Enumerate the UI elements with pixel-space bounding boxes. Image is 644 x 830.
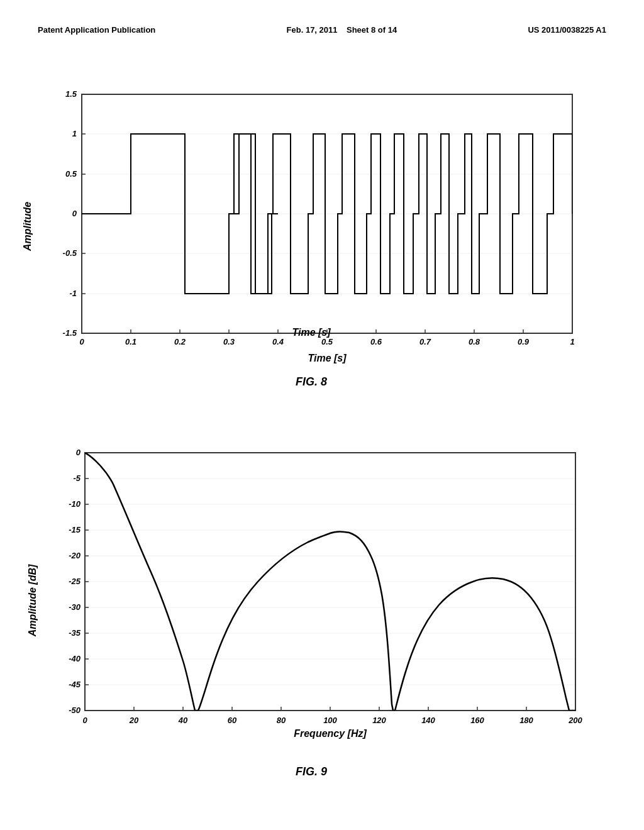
svg-text:1: 1 — [570, 337, 574, 346]
svg-text:20: 20 — [129, 716, 139, 725]
svg-text:-15: -15 — [69, 525, 81, 534]
svg-text:-25: -25 — [69, 577, 81, 586]
fig8-xlabel-label: Time [s] — [292, 327, 330, 338]
header-date-sheet: Feb. 17, 2011 Sheet 8 of 14 — [287, 25, 397, 35]
svg-text:-40: -40 — [69, 654, 81, 663]
fig8-xlabel-text: Time [s] — [308, 353, 347, 363]
svg-text:140: 140 — [421, 716, 435, 725]
svg-text:200: 200 — [568, 716, 582, 725]
svg-text:-0.5: -0.5 — [63, 248, 77, 258]
svg-text:0.5: 0.5 — [321, 337, 333, 346]
svg-text:0.3: 0.3 — [223, 337, 235, 346]
svg-text:80: 80 — [277, 716, 286, 725]
fig8-chart: Amplitude 1.5 1 0.5 0 -0.5 -1 -1.5 — [38, 82, 585, 371]
page-header: Patent Application Publication Feb. 17, … — [38, 25, 606, 35]
svg-text:-5: -5 — [73, 473, 80, 483]
fig9-chart: Amplitude [dB] 0 — [38, 440, 585, 761]
svg-text:Frequency [Hz]: Frequency [Hz] — [294, 728, 367, 739]
svg-text:40: 40 — [178, 716, 188, 725]
header-publication: Patent Application Publication — [38, 25, 155, 35]
svg-text:0: 0 — [76, 448, 81, 457]
svg-text:1: 1 — [72, 129, 77, 138]
svg-text:0: 0 — [79, 337, 84, 346]
svg-text:0.5: 0.5 — [65, 169, 77, 179]
svg-text:0.4: 0.4 — [272, 337, 284, 346]
svg-text:-50: -50 — [69, 706, 81, 715]
svg-text:0.9: 0.9 — [518, 337, 530, 346]
fig9-ylabel: Amplitude [dB] — [27, 565, 38, 637]
fig9-figure-label: FIG. 9 — [296, 765, 327, 778]
svg-text:-35: -35 — [69, 628, 81, 638]
svg-text:160: 160 — [470, 716, 484, 725]
svg-text:-1: -1 — [69, 289, 77, 298]
svg-text:0.6: 0.6 — [370, 337, 382, 346]
svg-text:0: 0 — [72, 209, 77, 218]
svg-text:0.1: 0.1 — [125, 337, 136, 346]
svg-text:-30: -30 — [69, 602, 81, 612]
svg-text:120: 120 — [372, 716, 386, 725]
svg-text:100: 100 — [323, 716, 337, 725]
fig9-svg: 0 -5 -10 -15 -20 -25 -30 -35 -40 -45 -50 — [38, 440, 585, 761]
svg-text:0.2: 0.2 — [174, 337, 186, 346]
fig8-figure-label: FIG. 8 — [296, 375, 327, 389]
header-patent-number: US 2011/0038225 A1 — [528, 25, 606, 35]
svg-text:180: 180 — [519, 716, 533, 725]
svg-text:60: 60 — [228, 716, 237, 725]
svg-text:-10: -10 — [69, 499, 81, 509]
svg-text:-45: -45 — [69, 680, 81, 689]
page: Patent Application Publication Feb. 17, … — [0, 0, 644, 830]
svg-text:-20: -20 — [69, 551, 81, 560]
svg-text:0: 0 — [82, 716, 87, 725]
svg-text:0.7: 0.7 — [419, 337, 431, 346]
svg-text:1.5: 1.5 — [65, 89, 77, 99]
svg-text:-1.5: -1.5 — [63, 328, 77, 338]
fig8-ylabel: Amplitude — [22, 202, 33, 251]
svg-text:0.8: 0.8 — [469, 337, 480, 346]
